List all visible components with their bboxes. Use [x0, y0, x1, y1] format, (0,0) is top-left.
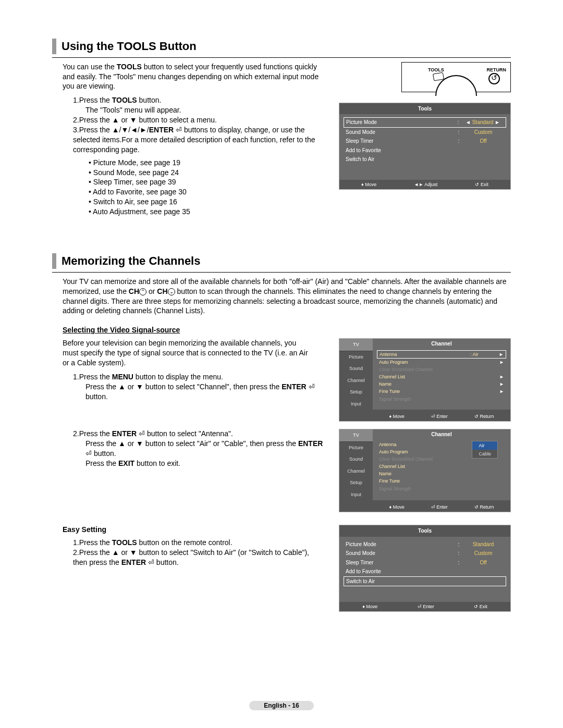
channel-osd-1: TV PictureSoundChannelSetupInput Channel…: [339, 338, 511, 422]
remote-return-icon: [488, 73, 500, 84]
channel-menu-item: Name►: [377, 380, 506, 388]
osd-hint-enter: ⏎ Enter: [418, 603, 434, 610]
section1-intro: You can use the TOOLS button to select y…: [63, 62, 323, 92]
osd-hint-move: ♦ Move: [361, 181, 376, 188]
channel-menu-item: Channel List: [377, 463, 506, 470]
ch-up-icon: [139, 287, 146, 295]
channel-menu-item: Name: [377, 470, 506, 477]
osd-hint-adjust: ◄► Adjust: [414, 181, 437, 188]
tools-menu-item: Sound Mode:Custom: [344, 549, 506, 558]
antenna-dropdown: AirCable: [472, 441, 498, 459]
osd-hint-move: ♦ Move: [389, 413, 405, 419]
remote-return-label: RETURN: [487, 67, 507, 73]
subhead-signal-source: Selecting the Video Signal-source: [63, 325, 511, 335]
tools-osd-easy-title: Tools: [339, 525, 510, 537]
tools-menu-item: Picture Mode:Standard: [344, 117, 506, 128]
page-footer: English - 16: [0, 701, 563, 710]
section1-title: Using the TOOLS Button: [52, 39, 511, 54]
page-ref-item: • Auto Adjustment, see page 35: [89, 207, 511, 217]
channel-menu-item: Channel List►: [377, 373, 506, 380]
osd-hint-enter: ⏎ Enter: [431, 504, 448, 510]
remote-diagram: TOOLS RETURN: [401, 62, 511, 92]
section2-rule: [52, 272, 511, 273]
channel-osd-1-title: Channel: [373, 339, 510, 349]
tools-menu-item: Switch to Air: [344, 576, 506, 587]
channel-menu-item: Fine Tune: [377, 477, 506, 485]
menu-tab: Sound: [339, 453, 373, 465]
osd-hint-move: ♦ Move: [389, 504, 405, 510]
tools-menu-item: Sleep Timer:Off: [344, 137, 506, 146]
menu-tab: Picture: [339, 351, 373, 363]
osd-hint-return: ↺ Return: [474, 413, 494, 419]
channel-menu-item: Auto Program►: [377, 359, 506, 366]
menu-tab: Input: [339, 489, 373, 501]
section1-rule: [52, 57, 511, 58]
tools-osd-1-title: Tools: [339, 103, 510, 115]
osd-hint-enter: ⏎ Enter: [431, 413, 448, 419]
channel-menu-item: Clear Scrambled Channel: [377, 366, 506, 373]
tools-menu-item: Sleep Timer:Off: [344, 558, 506, 567]
tab-tv: TV: [339, 429, 373, 442]
osd-hint-move: ♦ Move: [362, 603, 377, 610]
tools-menu-item: Add to Favorite: [344, 146, 506, 155]
channel-menu-item: Signal Strength: [377, 396, 506, 403]
tools-osd-easy: Tools Picture Mode:StandardSound Mode:Cu…: [339, 525, 511, 612]
menu-tab: Input: [339, 398, 373, 410]
channel-menu-item: Signal Strength: [377, 485, 506, 492]
tools-osd-1: Tools Picture Mode:StandardSound Mode:Cu…: [339, 103, 511, 190]
menu-tab: Setup: [339, 386, 373, 398]
channel-osd-2: TV PictureSoundChannelSetupInput Channel…: [339, 429, 511, 512]
menu-tab: Channel: [339, 465, 373, 477]
dropdown-option: Air: [472, 441, 497, 450]
tools-menu-item: Switch to Air: [344, 155, 506, 164]
section2-intro: Your TV can memorize and store all of th…: [63, 277, 511, 316]
dropdown-option: Cable: [472, 450, 497, 458]
page-ref-item: • Switch to Air, see page 16: [89, 197, 511, 207]
menu-tab: Channel: [339, 375, 373, 387]
menu-tab: Sound: [339, 363, 373, 375]
section2-steps1: 1.Press the MENU button to display the m…: [73, 372, 323, 402]
easy-steps: 1.Press the TOOLS button on the remote c…: [73, 538, 323, 567]
tools-menu-item: Add to Favorite: [344, 567, 506, 576]
section2-prelude: Before your television can begin memoriz…: [63, 338, 313, 368]
tab-tv: TV: [339, 339, 373, 351]
channel-menu-item: Antenna: Air►: [377, 350, 506, 359]
osd-hint-exit: ↺ Exit: [474, 603, 487, 610]
section2-title: Memorizing the Channels: [52, 253, 511, 269]
osd-hint-exit: ↺ Exit: [475, 181, 488, 188]
ch-down-icon: [168, 287, 175, 295]
section2-steps2: 2.Press the ENTER button to select "Ante…: [73, 429, 323, 468]
tools-menu-item: Picture Mode:Standard: [344, 540, 506, 549]
osd-hint-return: ↺ Return: [474, 504, 494, 510]
channel-menu-item: Fine Tune►: [377, 388, 506, 395]
tools-menu-item: Sound Mode:Custom: [344, 128, 506, 137]
menu-tab: Setup: [339, 477, 373, 489]
channel-osd-2-title: Channel: [373, 429, 510, 440]
menu-tab: Picture: [339, 442, 373, 454]
